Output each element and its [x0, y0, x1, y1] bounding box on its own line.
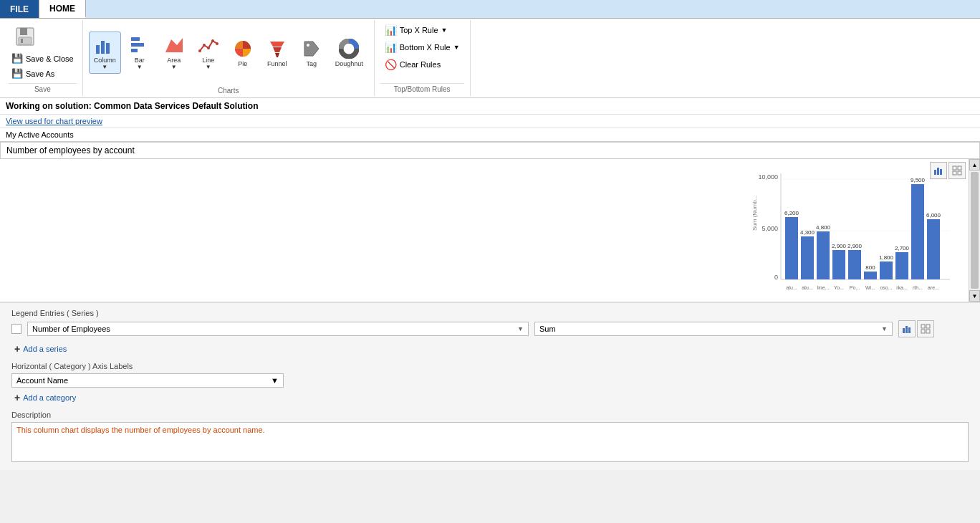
svg-rect-73	[926, 330, 930, 333]
top-x-rule-icon: 📊	[385, 24, 397, 36]
svg-rect-67	[903, 328, 905, 333]
svg-text:4,300: 4,300	[800, 229, 815, 236]
solution-bar: Working on solution: Common Data Service…	[0, 98, 980, 115]
svg-text:9,500: 9,500	[911, 177, 926, 183]
svg-text:line...: line...	[817, 285, 830, 290]
series-agg-dropdown[interactable]: Sum ▼	[534, 322, 893, 336]
add-series-button[interactable]: + Add a series	[11, 342, 969, 356]
vertical-scrollbar[interactable]: ▲ ▼	[969, 159, 980, 302]
svg-point-12	[203, 44, 206, 47]
description-textarea[interactable]	[11, 422, 969, 462]
svg-text:2,900: 2,900	[847, 243, 863, 249]
svg-text:atu...: atu...	[786, 285, 797, 290]
top-x-caret-icon: ▼	[441, 27, 448, 34]
svg-rect-6	[106, 43, 110, 54]
svg-rect-36	[817, 231, 830, 279]
config-area: Legend Entries ( Series ) Number of Empl…	[0, 302, 980, 470]
work-area: Working on solution: Common Data Service…	[0, 98, 980, 470]
line-caret-icon: ▼	[206, 64, 211, 70]
svg-rect-64	[958, 166, 961, 170]
svg-rect-61	[937, 168, 939, 175]
svg-marker-17	[270, 42, 284, 47]
svg-point-20	[307, 44, 309, 47]
svg-rect-3	[21, 39, 23, 43]
scroll-down-button[interactable]: ▼	[969, 290, 980, 302]
add-series-icon: +	[14, 343, 20, 355]
chart-type-doughnut[interactable]: Doughnut	[330, 35, 368, 71]
top-x-rule-button[interactable]: 📊 Top X Rule ▼	[380, 23, 464, 37]
svg-rect-68	[905, 326, 908, 333]
svg-rect-4	[96, 45, 100, 54]
save-group: 💾 Save & Close 💾 Save As Save	[3, 20, 83, 96]
svg-text:Po...: Po...	[850, 285, 860, 290]
save-icon	[11, 24, 39, 49]
chart-type-column[interactable]: Column ▼	[89, 32, 121, 74]
scroll-thumb[interactable]	[971, 172, 979, 289]
svg-text:6,000: 6,000	[926, 212, 941, 219]
tab-file[interactable]: FILE	[0, 0, 39, 18]
svg-marker-18	[273, 47, 282, 52]
svg-rect-54	[911, 184, 924, 279]
area-caret-icon: ▼	[171, 64, 177, 70]
chart-action-buttons	[930, 162, 966, 179]
chart-type-bar[interactable]: Bar ▼	[124, 32, 155, 74]
chart-type-funnel[interactable]: Funnel	[261, 35, 293, 71]
column-chart-icon	[95, 35, 115, 57]
svg-rect-62	[940, 169, 942, 175]
chart-type-line[interactable]: Line ▼	[193, 32, 224, 74]
svg-text:2,700: 2,700	[895, 245, 910, 251]
charts-group-label: Charts	[89, 84, 368, 95]
save-close-button[interactable]: 💾 Save & Close	[9, 52, 77, 65]
series-checkbox[interactable]	[11, 324, 21, 334]
save-button[interactable]	[9, 23, 77, 50]
series-field-dropdown[interactable]: Number of Employees ▼	[27, 322, 529, 336]
svg-text:10,000: 10,000	[758, 173, 778, 181]
svg-text:800: 800	[865, 264, 875, 271]
charts-group: Column ▼ Bar ▼	[83, 20, 375, 96]
chart-title-input[interactable]	[6, 145, 974, 155]
chart-grid-icon-button[interactable]	[948, 162, 966, 179]
funnel-chart-icon	[267, 39, 287, 60]
chart-type-area[interactable]: Area ▼	[158, 32, 190, 74]
svg-rect-71	[926, 325, 930, 328]
svg-text:5,000: 5,000	[762, 225, 778, 232]
svg-marker-19	[275, 53, 279, 57]
svg-text:0: 0	[774, 274, 778, 281]
chart-type-tag[interactable]: Tag	[296, 35, 327, 71]
tab-home[interactable]: HOME	[39, 0, 86, 18]
bar-chart-icon	[130, 35, 150, 57]
category-field-arrow-icon: ▼	[271, 376, 279, 385]
topbottom-rules-group: 📊 Top X Rule ▼ 📊 Bottom X Rule ▼ 🚫 Clear…	[375, 20, 471, 96]
tab-bar: FILE HOME	[0, 0, 980, 19]
series-field-arrow-icon: ▼	[517, 325, 524, 332]
svg-text:Wi...: Wi...	[865, 285, 875, 290]
bottom-x-rule-button[interactable]: 📊 Bottom X Rule ▼	[380, 40, 464, 54]
add-category-button[interactable]: + Add a category	[11, 390, 969, 405]
svg-rect-70	[921, 325, 925, 328]
chart-type-pie[interactable]: Pie	[227, 35, 259, 71]
scroll-up-button[interactable]: ▲	[969, 159, 980, 171]
svg-text:6,200: 6,200	[784, 210, 799, 216]
svg-rect-5	[101, 41, 105, 54]
view-dropdown[interactable]: My Active Accounts	[0, 128, 980, 142]
clear-rules-button[interactable]: 🚫 Clear Rules	[380, 57, 464, 72]
category-field-dropdown[interactable]: Account Name ▼	[11, 373, 284, 388]
svg-rect-42	[848, 250, 861, 279]
description-label: Description	[11, 411, 969, 419]
svg-text:oso...: oso...	[880, 285, 892, 290]
svg-rect-9	[131, 49, 138, 52]
bottom-x-caret-icon: ▼	[453, 44, 460, 51]
save-group-label: Save	[9, 83, 77, 93]
line-chart-icon	[198, 35, 218, 57]
save-as-button[interactable]: 💾 Save As	[9, 67, 77, 80]
chart-bar-icon-button[interactable]	[930, 162, 947, 179]
svg-rect-8	[131, 43, 144, 47]
svg-text:1,800: 1,800	[879, 254, 894, 261]
legend-label: Legend Entries ( Series )	[11, 309, 969, 317]
pie-chart-icon	[233, 39, 253, 60]
svg-point-13	[207, 47, 210, 49]
small-table-button[interactable]	[917, 320, 934, 337]
chart-container: 10,000 5,000 0 Sum (Numb... 6,200 atu...	[751, 166, 951, 295]
small-bar-chart-button[interactable]	[898, 320, 916, 337]
view-link[interactable]: View used for chart preview	[0, 115, 980, 128]
